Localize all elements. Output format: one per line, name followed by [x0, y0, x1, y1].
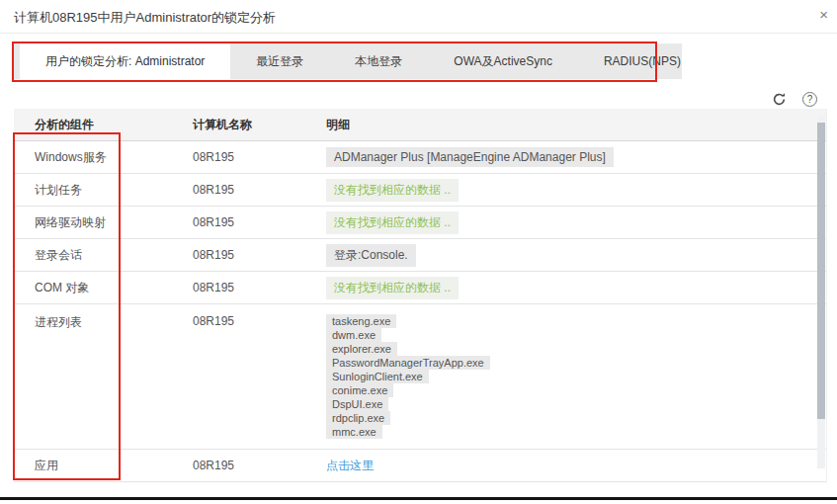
lockout-analysis-dialog: 计算机08R195中用户Administrator的锁定分析 × 用户的锁定分析…	[0, 0, 837, 504]
component-name: Windows服务	[35, 145, 193, 170]
process-item: dwm.exe	[326, 328, 381, 342]
dialog-titlebar: 计算机08R195中用户Administrator的锁定分析 ×	[0, 0, 837, 34]
process-item: DspUI.exe	[326, 397, 388, 411]
tab-bar: 用户的锁定分析: Administrator最近登录本地登录OWA及Active…	[14, 43, 682, 79]
process-item: taskeng.exe	[326, 314, 396, 328]
table-row: 计划任务08R195没有找到相应的数据 ..	[14, 174, 826, 207]
analysis-table: 分析的组件 计算机名称 明细 Windows服务08R195ADManager …	[14, 109, 827, 482]
component-name: 应用	[35, 454, 193, 478]
no-data-badge: 没有找到相应的数据 ..	[326, 211, 459, 234]
component-name: 计划任务	[35, 178, 193, 203]
no-data-badge: 没有找到相应的数据 ..	[326, 179, 459, 202]
computer-name: 08R195	[193, 211, 326, 233]
process-item: rdpclip.exe	[326, 411, 390, 425]
table-row: Windows服务08R195ADManager Plus [ManageEng…	[14, 141, 826, 174]
detail-cell: 没有找到相应的数据 ..	[326, 175, 826, 206]
table-row: COM 对象08R195没有找到相应的数据 ..	[14, 272, 826, 304]
component-name: COM 对象	[35, 276, 193, 300]
tab-radius-nps[interactable]: RADIUS(NPS)	[578, 43, 707, 79]
window-bottom-edge	[0, 497, 837, 500]
process-item: SunloginClient.exe	[326, 370, 429, 383]
click-here-link[interactable]: 点击这里	[326, 459, 374, 472]
table-row: 进程列表08R195taskeng.exedwm.exeexplorer.exe…	[14, 304, 826, 450]
tab-local-logon[interactable]: 本地登录	[329, 43, 428, 79]
computer-name: 08R195	[193, 179, 326, 201]
table-header-row: 分析的组件 计算机名称 明细	[14, 109, 826, 141]
component-name: 登录会话	[35, 243, 193, 268]
component-name: 网络驱动映射	[35, 210, 193, 235]
detail-badge: ADManager Plus [ManageEngine ADManager P…	[326, 147, 614, 167]
process-item: conime.exe	[326, 383, 393, 397]
scrollbar-thumb[interactable]	[817, 123, 825, 419]
table-row: 登录会话08R195登录:Console.	[14, 239, 826, 272]
process-item: mmc.exe	[326, 425, 382, 439]
process-item: PasswordManagerTrayApp.exe	[326, 356, 490, 370]
column-header-component: 分析的组件	[35, 117, 193, 133]
detail-badge: 登录:Console.	[326, 244, 416, 267]
computer-name: 08R195	[193, 244, 326, 266]
computer-name: 08R195	[193, 277, 326, 298]
computer-name: 08R195	[193, 146, 326, 168]
dialog-title: 计算机08R195中用户Administrator的锁定分析	[14, 9, 276, 27]
detail-cell: ADManager Plus [ManageEngine ADManager P…	[326, 143, 826, 171]
help-icon[interactable]: ?	[802, 92, 817, 107]
table-row: 应用08R195点击这里	[14, 450, 826, 482]
table-body: Windows服务08R195ADManager Plus [ManageEng…	[14, 141, 826, 482]
tab-recent-logon[interactable]: 最近登录	[230, 43, 329, 79]
no-data-badge: 没有找到相应的数据 ..	[326, 277, 459, 299]
scrollbar[interactable]	[817, 117, 825, 468]
close-icon[interactable]: ×	[819, 7, 828, 23]
computer-name: 08R195	[193, 304, 326, 332]
column-header-detail: 明细	[326, 117, 826, 133]
detail-cell: taskeng.exedwm.exeexplorer.exePasswordMa…	[326, 304, 826, 449]
detail-cell: 登录:Console.	[326, 240, 826, 271]
table-row: 网络驱动映射08R195没有找到相应的数据 ..	[14, 207, 826, 239]
process-item: explorer.exe	[326, 342, 397, 356]
detail-cell: 点击这里	[326, 454, 826, 478]
process-list: taskeng.exedwm.exeexplorer.exePasswordMa…	[326, 308, 826, 445]
tab-lockout-analysis[interactable]: 用户的锁定分析: Administrator	[20, 43, 230, 79]
component-name: 进程列表	[35, 304, 193, 335]
computer-name: 08R195	[193, 455, 326, 476]
tab-owa-activesync[interactable]: OWA及ActiveSync	[428, 43, 578, 79]
column-header-computer: 计算机名称	[193, 117, 326, 133]
refresh-icon[interactable]	[772, 92, 787, 107]
detail-cell: 没有找到相应的数据 ..	[326, 273, 826, 303]
detail-cell: 没有找到相应的数据 ..	[326, 208, 826, 238]
